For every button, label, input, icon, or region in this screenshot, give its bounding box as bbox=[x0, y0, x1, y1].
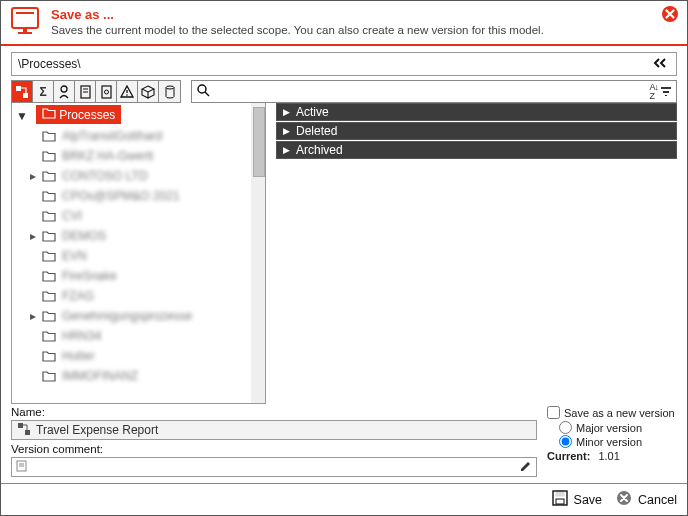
tree-item[interactable]: CVI bbox=[12, 206, 265, 226]
tree-item-label: FireSnake bbox=[62, 269, 117, 283]
tree-item-label: FZAG bbox=[62, 289, 94, 303]
svg-rect-22 bbox=[25, 430, 30, 435]
edit-icon[interactable] bbox=[520, 460, 532, 475]
tree-item[interactable]: CPOs@SPM&O 2021 bbox=[12, 186, 265, 206]
major-version-radio[interactable]: Major version bbox=[547, 421, 677, 434]
category-toolbar: Σ bbox=[11, 80, 181, 103]
tree-item[interactable]: ▸CONTOSO LTD bbox=[12, 166, 265, 186]
expand-icon[interactable]: ▸ bbox=[30, 309, 42, 323]
folder-icon bbox=[42, 170, 56, 182]
tab-doc2-icon[interactable] bbox=[96, 81, 117, 102]
name-value: Travel Expense Report bbox=[36, 423, 158, 437]
save-button[interactable]: Save bbox=[552, 490, 603, 509]
sort-az-icon[interactable]: A↓Z bbox=[649, 83, 658, 101]
tab-warning-icon[interactable] bbox=[117, 81, 138, 102]
folder-icon bbox=[42, 107, 56, 122]
tree-item-label: HRN34 bbox=[62, 329, 101, 343]
tree-item-label: DEMOS bbox=[62, 229, 106, 243]
breadcrumb-bar[interactable]: \Processes\ bbox=[11, 52, 677, 76]
svg-rect-21 bbox=[18, 423, 23, 428]
expand-icon: ▶ bbox=[283, 145, 290, 155]
folder-icon bbox=[42, 210, 56, 222]
filter-icon[interactable] bbox=[660, 85, 672, 99]
search-icon bbox=[196, 83, 210, 100]
minor-version-radio[interactable]: Minor version bbox=[547, 435, 677, 448]
folder-icon bbox=[42, 370, 56, 382]
tree-item[interactable]: IMMOFINANZ bbox=[12, 366, 265, 386]
svg-rect-27 bbox=[556, 491, 564, 496]
svg-point-12 bbox=[104, 90, 108, 94]
tree-item[interactable]: FireSnake bbox=[12, 266, 265, 286]
breadcrumb-collapse-icon[interactable] bbox=[650, 57, 670, 72]
save-icon bbox=[552, 490, 568, 509]
tree-item-label: IMMOFINANZ bbox=[62, 369, 138, 383]
name-field[interactable]: Travel Expense Report bbox=[11, 420, 537, 440]
search-bar[interactable]: A↓Z bbox=[191, 80, 677, 103]
tree-item[interactable]: HRN34 bbox=[12, 326, 265, 346]
dialog-subtitle: Saves the current model to the selected … bbox=[51, 24, 677, 36]
svg-rect-28 bbox=[556, 499, 564, 504]
tree-item[interactable]: ▸Genehmigungsprozesse bbox=[12, 306, 265, 326]
tree-item-label: Hutter bbox=[62, 349, 95, 363]
svg-rect-1 bbox=[16, 12, 34, 14]
tree-item[interactable]: ▸DEMOS bbox=[12, 226, 265, 246]
current-version-value: 1.01 bbox=[598, 450, 619, 462]
tree-item[interactable]: FZAG bbox=[12, 286, 265, 306]
tab-server-icon[interactable] bbox=[159, 81, 180, 102]
tab-sigma-icon[interactable]: Σ bbox=[33, 81, 54, 102]
tab-processes-icon[interactable] bbox=[12, 81, 33, 102]
tree-item[interactable]: AlpTransitGotthard bbox=[12, 126, 265, 146]
tree-item[interactable]: BRKZ HA-Gwertt bbox=[12, 146, 265, 166]
status-row-archived[interactable]: ▶Archived bbox=[276, 141, 677, 159]
tree-collapse-icon[interactable]: ▼ bbox=[16, 109, 26, 123]
close-icon[interactable] bbox=[661, 5, 679, 23]
status-row-active[interactable]: ▶Active bbox=[276, 103, 677, 121]
toolbar-row: Σ A↓Z bbox=[11, 80, 677, 103]
status-row-deleted[interactable]: ▶Deleted bbox=[276, 122, 677, 140]
version-comment-label: Version comment: bbox=[11, 443, 537, 455]
lower-section: Name: Travel Expense Report Version comm… bbox=[11, 406, 677, 479]
save-new-version-checkbox[interactable]: Save as a new version bbox=[547, 406, 677, 419]
expand-icon[interactable]: ▸ bbox=[30, 229, 42, 243]
expand-icon: ▶ bbox=[283, 107, 290, 117]
folder-icon bbox=[42, 150, 56, 162]
tab-person-icon[interactable] bbox=[54, 81, 75, 102]
current-label: Current: bbox=[547, 450, 590, 462]
svg-rect-3 bbox=[18, 32, 32, 34]
expand-icon[interactable]: ▸ bbox=[30, 169, 42, 183]
folder-icon bbox=[42, 350, 56, 362]
scrollbar[interactable] bbox=[251, 103, 265, 403]
tree-root[interactable]: Processes bbox=[36, 105, 121, 124]
tab-doc1-icon[interactable] bbox=[75, 81, 96, 102]
tree-item-label: Genehmigungsprozesse bbox=[62, 309, 192, 323]
tree-item[interactable]: EVN bbox=[12, 246, 265, 266]
svg-rect-5 bbox=[16, 86, 21, 91]
svg-point-15 bbox=[166, 86, 174, 89]
svg-rect-20 bbox=[665, 95, 667, 96]
folder-icon bbox=[42, 130, 56, 142]
version-options: Save as a new version Major version Mino… bbox=[547, 406, 677, 462]
tree-item[interactable]: Hutter bbox=[12, 346, 265, 366]
expand-icon: ▶ bbox=[283, 126, 290, 136]
svg-point-16 bbox=[198, 85, 206, 93]
tree-item-label: BRKZ HA-Gwertt bbox=[62, 149, 153, 163]
tree-root-label: Processes bbox=[59, 108, 115, 122]
diagram-icon bbox=[18, 423, 30, 438]
name-label: Name: bbox=[11, 406, 537, 418]
folder-icon bbox=[42, 230, 56, 242]
status-pane: ▶Active▶Deleted▶Archived bbox=[276, 103, 677, 404]
tab-cube-icon[interactable] bbox=[138, 81, 159, 102]
folder-icon bbox=[42, 290, 56, 302]
status-label: Active bbox=[296, 105, 329, 119]
version-comment-field[interactable] bbox=[11, 457, 537, 477]
svg-rect-19 bbox=[663, 91, 669, 93]
dialog-title: Save as ... bbox=[51, 7, 677, 22]
cancel-icon bbox=[616, 490, 632, 509]
cancel-button[interactable]: Cancel bbox=[616, 490, 677, 509]
tree-item-label: CPOs@SPM&O 2021 bbox=[62, 189, 180, 203]
folder-icon bbox=[42, 310, 56, 322]
folder-icon bbox=[42, 270, 56, 282]
folder-icon bbox=[42, 190, 56, 202]
tree-item-label: CVI bbox=[62, 209, 82, 223]
svg-point-14 bbox=[126, 94, 128, 96]
